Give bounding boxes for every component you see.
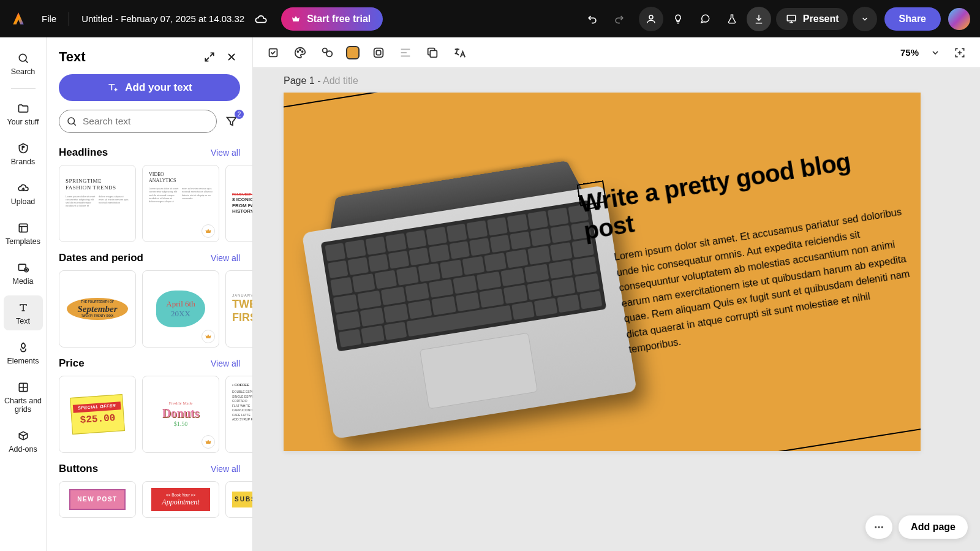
- left-rail: Search Your stuff Brands Upload Template…: [0, 37, 47, 551]
- text-template[interactable]: SUBSC: [225, 481, 252, 518]
- lightbulb-icon[interactable]: [666, 7, 690, 31]
- add-your-text-button[interactable]: Add your text: [59, 74, 240, 101]
- text-template[interactable]: << Book Your >>Appointment: [142, 481, 219, 518]
- user-avatar[interactable]: [948, 8, 970, 30]
- flask-icon[interactable]: [720, 7, 744, 31]
- svg-point-11: [302, 51, 303, 52]
- text-add-icon: [107, 82, 119, 94]
- text-template[interactable]: VIDEOANALYTICSLorem ipsum dolor sit amet…: [142, 165, 219, 242]
- text-template[interactable]: April 6th20XX: [142, 270, 219, 348]
- canvas-area: 75% Page 1 - Add title: [253, 37, 980, 551]
- templates-icon: [16, 221, 31, 235]
- decorative-line: [284, 93, 761, 108]
- file-menu[interactable]: File: [42, 13, 56, 24]
- svg-rect-16: [430, 50, 437, 57]
- text-template[interactable]: JANUARYTWEFIRS: [225, 270, 252, 348]
- more-icon: [873, 522, 884, 533]
- category-dates: Dates and period: [59, 252, 143, 264]
- svg-rect-15: [376, 50, 380, 55]
- text-block[interactable]: Write a pretty good blog post Lorem ipsu…: [578, 141, 919, 362]
- rail-elements[interactable]: Elements: [4, 335, 43, 370]
- fit-icon[interactable]: [952, 45, 968, 61]
- text-template[interactable]: NEW POST: [59, 481, 136, 518]
- start-free-trial-button[interactable]: Start free trial: [281, 7, 383, 31]
- addons-icon: [16, 428, 31, 443]
- people-icon[interactable]: [639, 7, 663, 31]
- upload-icon: [16, 181, 31, 196]
- svg-point-2: [19, 54, 26, 61]
- view-all-dates[interactable]: View all: [211, 253, 240, 263]
- svg-point-12: [323, 48, 327, 52]
- chevron-down-icon[interactable]: [927, 45, 943, 61]
- charts-icon: [16, 380, 31, 395]
- translate-icon[interactable]: [451, 45, 467, 61]
- palette-icon[interactable]: [292, 45, 308, 61]
- canvas-toolbar: 75%: [253, 37, 980, 68]
- text-template[interactable]: REMEMBER W8 ICONIC MFROM FASHISTORY: [225, 165, 252, 242]
- fill-color-swatch[interactable]: [346, 46, 360, 59]
- text-template[interactable]: Freshly MadeDonuts$1.50: [142, 376, 219, 453]
- zoom-level[interactable]: 75%: [900, 47, 919, 58]
- text-template[interactable]: SPRINGTIMEFASHION TRENDSLorem ipsum dolo…: [59, 165, 136, 242]
- topbar-actions: Present Share: [580, 7, 970, 31]
- search-icon: [66, 116, 77, 127]
- category-buttons: Buttons: [59, 463, 98, 475]
- filter-button[interactable]: 2: [223, 113, 240, 130]
- search-icon: [16, 51, 31, 66]
- elements-icon: [16, 340, 31, 355]
- text-template[interactable]: THE FOURTEENTH OFSeptemberTWENTY TWENTY …: [59, 270, 136, 348]
- rail-charts[interactable]: Charts and grids: [4, 375, 43, 419]
- artboard[interactable]: Write a pretty good blog post Lorem ipsu…: [284, 93, 921, 451]
- present-button[interactable]: Present: [776, 8, 848, 30]
- folder-icon: [16, 101, 31, 116]
- text-icon: [16, 300, 31, 315]
- close-icon[interactable]: [223, 48, 240, 66]
- text-template[interactable]: • COFFEEDOUBLE ESPRES SINGLE ESPRES CORT…: [225, 376, 252, 453]
- comment-icon[interactable]: [693, 7, 717, 31]
- svg-point-18: [878, 526, 880, 528]
- add-page-button[interactable]: Add page: [899, 515, 968, 539]
- rail-templates[interactable]: Templates: [4, 216, 43, 251]
- category-price: Price: [59, 357, 85, 370]
- share-button[interactable]: Share: [884, 7, 941, 31]
- rail-media[interactable]: Media: [4, 256, 43, 291]
- svg-point-13: [326, 51, 332, 56]
- text-panel: Text Add your text 2 HeadlinesView all S…: [47, 37, 253, 551]
- duplicate-icon[interactable]: [424, 45, 440, 61]
- rail-upload[interactable]: Upload: [4, 176, 43, 211]
- page-label[interactable]: Page 1 - Add title: [284, 75, 358, 86]
- undo-icon[interactable]: [580, 7, 605, 31]
- divider: [69, 12, 69, 26]
- crown-icon: [291, 14, 301, 24]
- search-text-input[interactable]: [59, 110, 217, 133]
- svg-point-0: [649, 15, 653, 19]
- cloud-sync-icon[interactable]: [254, 13, 266, 25]
- layers-icon[interactable]: [319, 45, 335, 61]
- rail-your-stuff[interactable]: Your stuff: [4, 96, 43, 131]
- text-template[interactable]: SPECIAL OFFER$25.00: [59, 376, 136, 453]
- view-all-price[interactable]: View all: [211, 359, 240, 368]
- view-all-buttons[interactable]: View all: [211, 464, 240, 474]
- view-all-headlines[interactable]: View all: [211, 148, 240, 158]
- border-icon[interactable]: [371, 45, 386, 61]
- rail-text[interactable]: Text: [4, 295, 43, 330]
- rail-search[interactable]: Search: [4, 46, 43, 81]
- align-icon[interactable]: [398, 45, 413, 61]
- svg-rect-3: [19, 224, 27, 232]
- monitor-icon: [576, 180, 606, 206]
- crop-icon[interactable]: [265, 45, 281, 61]
- svg-point-17: [875, 526, 876, 528]
- download-icon[interactable]: [747, 7, 771, 31]
- present-dropdown[interactable]: [853, 7, 877, 31]
- media-icon: [16, 260, 31, 275]
- expand-icon[interactable]: [201, 48, 218, 66]
- rail-brands[interactable]: Brands: [4, 136, 43, 171]
- laptop-image: [284, 114, 639, 451]
- redo-icon[interactable]: [607, 7, 631, 31]
- document-title[interactable]: Untitled - February 07, 2025 at 14.03.32: [81, 13, 244, 24]
- svg-point-9: [297, 51, 298, 52]
- more-options-button[interactable]: [865, 515, 892, 539]
- app-logo[interactable]: [10, 10, 27, 28]
- rail-addons[interactable]: Add-ons: [4, 424, 43, 458]
- premium-badge: [202, 330, 215, 343]
